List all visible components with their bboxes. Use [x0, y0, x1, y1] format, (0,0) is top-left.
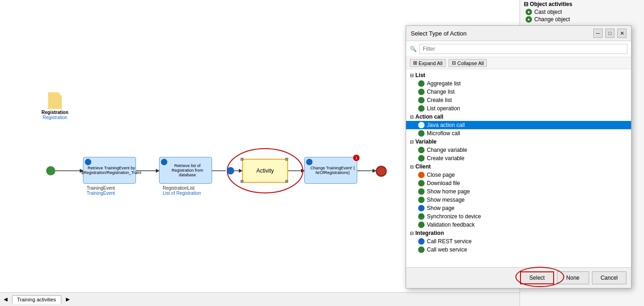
aggregate-list-label: Aggregate list: [427, 80, 461, 87]
section-collapse-icon: ⊟: [410, 73, 414, 78]
change-object-item[interactable]: ● Change object: [520, 16, 644, 23]
tab-training-activities[interactable]: Training activities: [12, 295, 61, 304]
connector-dot: [227, 167, 234, 174]
create-variable-label: Create variable: [427, 155, 464, 162]
change-variable-label: Change variable: [427, 147, 467, 153]
registration-sublabel: Registration: [41, 115, 68, 120]
change-object-label: Change object: [534, 16, 570, 23]
collapse-icon: ⊟: [452, 60, 456, 66]
synchronize-to-device-icon: [418, 213, 425, 220]
tree-item-create-variable[interactable]: Create variable: [406, 154, 631, 162]
node-retrieve-training[interactable]: Retrieve TrainingEvent by $Registration/…: [83, 157, 136, 184]
title-bar-controls: ─ □ ✕: [593, 29, 626, 38]
registration-icon: [48, 92, 62, 109]
java-action-call-icon: [418, 122, 425, 128]
flow-end: [376, 166, 387, 177]
section-label: Action call: [415, 114, 443, 120]
cancel-button[interactable]: Cancel: [592, 271, 626, 284]
validation-feedback-icon: [418, 222, 425, 228]
microflow-call-label: Microflow call: [427, 130, 460, 137]
maximize-button[interactable]: □: [605, 29, 614, 38]
registration-node: Registration Registration: [41, 92, 68, 120]
tree-item-call-web-service[interactable]: Call web service: [406, 246, 631, 254]
port-br: [285, 180, 288, 183]
tree-item-aggregate-list[interactable]: Aggregate list: [406, 79, 631, 88]
arrow-left[interactable]: ◀: [4, 296, 7, 302]
dialog-body: 🔍 ⊞ Expand All ⊟ Collapse All ⊟List Aggr…: [406, 41, 631, 267]
node2-label: Retrieve list of Registration from datab…: [161, 163, 210, 177]
cast-object-label: Cast object: [534, 9, 562, 15]
change-list-label: Change list: [427, 89, 455, 95]
node3-label: Change TrainingEvent' ( NrOfRegistration…: [307, 166, 355, 175]
close-page-icon: [418, 172, 425, 178]
tree-item-change-variable[interactable]: Change variable: [406, 146, 631, 154]
aggregate-list-icon: [418, 80, 425, 87]
none-button[interactable]: None: [557, 271, 589, 284]
node-change-training[interactable]: Change TrainingEvent' ( NrOfRegistration…: [304, 157, 357, 184]
tree-item-show-page[interactable]: Show page: [406, 204, 631, 212]
tree-item-synchronize-to-device[interactable]: Synchronize to device: [406, 212, 631, 221]
microflow-call-icon: [418, 130, 425, 137]
change-list-icon: [418, 89, 425, 95]
tree-item-validation-feedback[interactable]: Validation feedback: [406, 221, 631, 229]
tree-item-close-page[interactable]: Close page: [406, 171, 631, 179]
show-page-icon: [418, 205, 425, 211]
tree-item-show-home-page[interactable]: Show home page: [406, 187, 631, 196]
section-variable[interactable]: ⊟Variable: [406, 138, 631, 146]
download-file-label: Download file: [427, 180, 460, 186]
call-web-service-label: Call web service: [427, 246, 467, 253]
collapse-all-button[interactable]: ⊟ Collapse All: [449, 59, 487, 67]
tree-item-java-action-call[interactable]: Java action call: [406, 121, 631, 129]
node3-icon: [306, 159, 313, 165]
create-variable-icon: [418, 155, 425, 162]
node1-sublabel2: TrainingEvent: [87, 191, 115, 196]
section-label: Integration: [415, 230, 444, 236]
port-tr: [285, 158, 288, 161]
minimize-button[interactable]: ─: [593, 29, 603, 38]
tree-item-microflow-call[interactable]: Microflow call: [406, 129, 631, 138]
synchronize-to-device-label: Synchronize to device: [427, 213, 481, 220]
port-bl: [241, 180, 243, 183]
activity-label: Activity: [256, 168, 274, 174]
dialog-title: Select Type of Action: [411, 30, 467, 37]
node1-icon: [85, 159, 91, 165]
section-action-call[interactable]: ⊟Action call: [406, 113, 631, 121]
tree-area: ⊟List Aggregate list Change list Create …: [406, 69, 631, 267]
section-collapse-icon: ⊟: [410, 164, 414, 169]
tree-item-change-list[interactable]: Change list: [406, 88, 631, 96]
download-file-icon: [418, 180, 425, 186]
arrow-right[interactable]: ▶: [66, 296, 70, 302]
flow-svg: [0, 0, 401, 286]
dialog-footer: Select None Cancel: [406, 267, 631, 288]
bottom-bar: ◀ Training activities ▶: [0, 292, 520, 306]
tree-item-download-file[interactable]: Download file: [406, 179, 631, 187]
java-action-call-label: Java action call: [427, 122, 465, 128]
tree-item-list-operation[interactable]: List operation: [406, 104, 631, 113]
section-label: Client: [415, 163, 431, 170]
node2-sublabel2: List of Registration: [163, 191, 201, 196]
show-home-page-label: Show home page: [427, 188, 470, 195]
list-operation-label: List operation: [427, 105, 460, 112]
select-button[interactable]: Select: [520, 271, 554, 284]
filter-input[interactable]: [419, 44, 627, 54]
tree-item-show-message[interactable]: Show message: [406, 196, 631, 204]
show-page-label: Show page: [427, 205, 455, 211]
section-integration[interactable]: ⊟Integration: [406, 229, 631, 237]
expand-all-button[interactable]: ⊞ Expand All: [410, 59, 446, 67]
tree-item-call-rest-service[interactable]: Call REST service: [406, 237, 631, 246]
node1-label: Retrieve TrainingEvent by $Registration/…: [77, 166, 142, 175]
cast-object-item[interactable]: ● Cast object: [520, 8, 644, 16]
minus-icon: ⊟: [524, 1, 528, 7]
tree-item-create-list[interactable]: Create list: [406, 96, 631, 104]
call-web-service-icon: [418, 246, 425, 253]
node2-icon: [161, 159, 167, 165]
port-tl: [241, 158, 243, 161]
section-list[interactable]: ⊟List: [406, 71, 631, 79]
node-retrieve-list[interactable]: Retrieve list of Registration from datab…: [159, 157, 212, 184]
select-type-dialog: Select Type of Action ─ □ ✕ 🔍 ⊞ Expand A…: [406, 25, 632, 288]
activity-box[interactable]: Activity: [242, 159, 288, 183]
validation-feedback-label: Validation feedback: [427, 222, 475, 228]
section-client[interactable]: ⊟Client: [406, 162, 631, 171]
close-button[interactable]: ✕: [617, 29, 626, 38]
expand-icon: ⊞: [413, 60, 417, 66]
